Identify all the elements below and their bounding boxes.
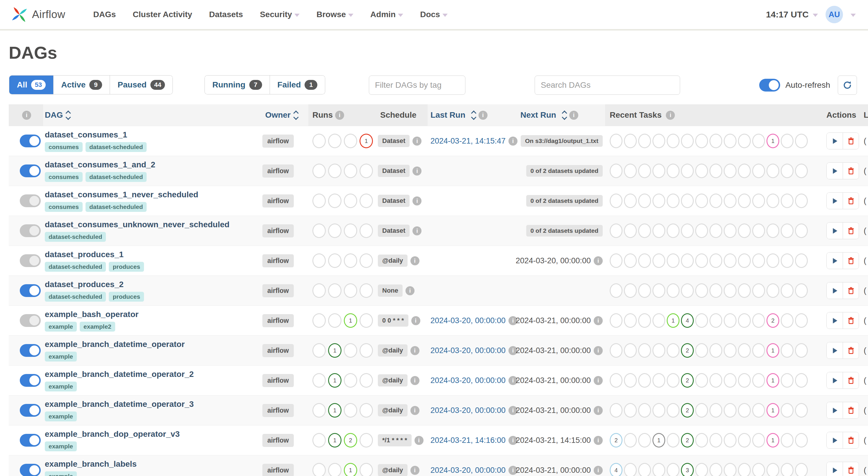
airflow-logo[interactable]: Airflow	[11, 6, 65, 23]
task-state-circle-empty[interactable]	[610, 253, 622, 268]
dag-tag[interactable]: example2	[80, 322, 115, 332]
task-state-circle-empty[interactable]	[752, 343, 765, 358]
task-state-circle-empty[interactable]	[624, 463, 637, 476]
dag-name-link[interactable]: dataset_consumes_1	[45, 130, 127, 139]
task-state-circle-empty[interactable]	[738, 253, 751, 268]
task-state-circle-empty[interactable]	[624, 164, 637, 178]
run-state-circle-running[interactable]: 1	[344, 463, 357, 476]
task-state-circle-empty[interactable]	[795, 433, 808, 447]
task-state-circle-skipped[interactable]: 1	[767, 403, 779, 417]
task-state-circle-empty[interactable]	[638, 164, 651, 178]
task-state-circle-empty[interactable]	[652, 224, 665, 238]
task-state-circle-empty[interactable]	[695, 134, 708, 148]
run-state-circle-empty[interactable]	[328, 313, 341, 328]
links-overflow-cut[interactable]: (	[864, 466, 866, 475]
owner-badge[interactable]: airflow	[262, 254, 294, 267]
dag-tag[interactable]: example	[45, 381, 77, 392]
delete-dag-button[interactable]	[843, 432, 859, 448]
links-overflow-cut[interactable]: (	[864, 166, 866, 175]
last-run-link[interactable]: 2024-03-20, 00:00:00	[431, 406, 505, 415]
task-state-circle-empty[interactable]	[610, 343, 622, 358]
run-state-circle-empty[interactable]	[312, 224, 326, 238]
dag-tag[interactable]: dataset-scheduled	[86, 172, 147, 182]
dag-name-link[interactable]: example_branch_datetime_operator_2	[45, 370, 194, 379]
run-state-circle-empty[interactable]	[344, 224, 357, 238]
run-state-circle-empty[interactable]	[360, 164, 373, 178]
dag-tag[interactable]: consumes	[45, 202, 83, 212]
task-state-circle-empty[interactable]	[752, 403, 765, 417]
task-state-circle-empty[interactable]	[652, 313, 665, 328]
task-state-circle-empty[interactable]	[652, 194, 665, 208]
run-state-circle-empty[interactable]	[312, 283, 326, 298]
trigger-dag-button[interactable]	[827, 163, 843, 179]
task-state-circle-empty[interactable]	[781, 134, 794, 148]
task-state-circle-empty[interactable]	[710, 253, 722, 268]
task-state-circle-empty[interactable]	[652, 343, 665, 358]
schedule-badge[interactable]: Dataset	[378, 135, 409, 147]
task-state-circle-empty[interactable]	[667, 224, 680, 238]
task-state-circle-empty[interactable]	[624, 403, 637, 417]
task-state-circle-empty[interactable]	[610, 224, 622, 238]
delete-dag-button[interactable]	[843, 133, 859, 149]
task-state-circle-empty[interactable]	[638, 463, 651, 476]
auto-refresh-toggle[interactable]	[759, 79, 780, 92]
trigger-dag-button[interactable]	[827, 193, 843, 209]
task-state-circle-empty[interactable]	[781, 283, 794, 298]
task-state-circle-empty[interactable]	[738, 224, 751, 238]
links-overflow-cut[interactable]: (	[864, 286, 866, 295]
tag-filter-input[interactable]	[369, 75, 465, 95]
links-overflow-cut[interactable]: (	[864, 376, 866, 385]
last-run-link[interactable]: 2024-03-21, 14:16:00	[431, 436, 505, 445]
schedule-badge[interactable]: Dataset	[378, 165, 409, 177]
task-state-circle-empty[interactable]	[781, 403, 794, 417]
task-state-circle-empty[interactable]	[695, 463, 708, 476]
header-last-run[interactable]: Last Run i	[428, 104, 519, 126]
task-state-circle-empty[interactable]	[767, 164, 779, 178]
links-overflow-cut[interactable]: (	[864, 346, 866, 355]
task-state-circle-empty[interactable]	[738, 313, 751, 328]
dag-name-link[interactable]: example_branch_datetime_operator	[45, 340, 185, 349]
task-state-circle-success[interactable]: 3	[681, 463, 694, 476]
task-state-circle-empty[interactable]	[667, 463, 680, 476]
dag-pause-toggle[interactable]	[20, 254, 41, 267]
filter-button-all[interactable]: All53	[9, 75, 54, 94]
delete-dag-button[interactable]	[843, 282, 859, 299]
schedule-badge[interactable]: @daily	[378, 404, 407, 416]
nav-item-dags[interactable]: DAGs	[93, 10, 116, 19]
task-state-circle-empty[interactable]	[795, 194, 808, 208]
task-state-circle-empty[interactable]	[752, 313, 765, 328]
run-state-circle-empty[interactable]	[360, 224, 373, 238]
nav-item-docs[interactable]: Docs	[420, 10, 447, 19]
run-state-circle-empty[interactable]	[360, 253, 373, 268]
task-state-circle-skipped[interactable]: 1	[767, 134, 779, 148]
schedule-badge[interactable]: @daily	[378, 374, 407, 386]
dag-name-link[interactable]: example_branch_dop_operator_v3	[45, 430, 180, 439]
task-state-circle-empty[interactable]	[738, 343, 751, 358]
run-state-circle-empty[interactable]	[312, 433, 326, 447]
dag-pause-toggle[interactable]	[20, 464, 41, 476]
dag-tag[interactable]: dataset-scheduled	[86, 142, 147, 152]
task-state-circle-empty[interactable]	[781, 164, 794, 178]
task-state-circle-empty[interactable]	[710, 224, 722, 238]
task-state-circle-empty[interactable]	[724, 134, 737, 148]
avatar[interactable]: AU	[826, 6, 843, 23]
run-state-circle-empty[interactable]	[312, 164, 326, 178]
last-run-link[interactable]: 2024-03-20, 00:00:00	[431, 376, 505, 385]
task-state-circle-empty[interactable]	[667, 403, 680, 417]
run-state-circle-empty[interactable]	[344, 373, 357, 388]
trigger-dag-button[interactable]	[827, 133, 843, 149]
task-state-circle-empty[interactable]	[667, 283, 680, 298]
task-state-circle-empty[interactable]	[681, 194, 694, 208]
task-state-circle-empty[interactable]	[724, 164, 737, 178]
run-state-circle-success[interactable]: 1	[328, 343, 341, 358]
delete-dag-button[interactable]	[843, 223, 859, 239]
task-state-circle-empty[interactable]	[752, 224, 765, 238]
task-state-circle-success[interactable]: 2	[681, 433, 694, 447]
task-state-circle-empty[interactable]	[710, 343, 722, 358]
task-state-circle-empty[interactable]	[781, 224, 794, 238]
dag-pause-toggle[interactable]	[20, 434, 41, 447]
task-state-circle-empty[interactable]	[767, 194, 779, 208]
delete-dag-button[interactable]	[843, 252, 859, 269]
chevron-down-icon[interactable]	[850, 14, 856, 17]
header-dag[interactable]: DAG	[43, 104, 212, 126]
